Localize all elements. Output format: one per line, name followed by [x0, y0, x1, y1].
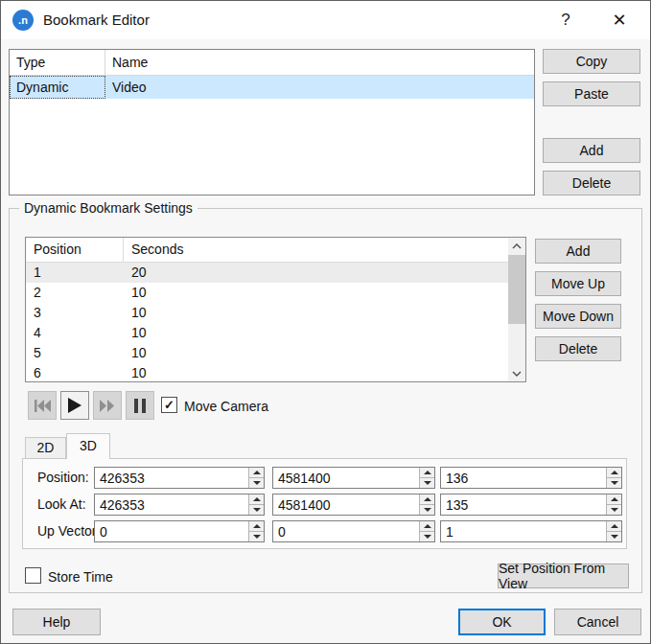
- paste-button[interactable]: Paste: [543, 81, 640, 106]
- window-title: Bookmark Editor: [43, 1, 150, 39]
- position-table-body: 1 20 2 10 3 10 4 10 5 10 6 10: [26, 263, 508, 381]
- spin-up-icon[interactable]: [249, 468, 264, 478]
- seconds-cell[interactable]: 10: [124, 283, 147, 303]
- up-vector-z-spinbox[interactable]: [440, 520, 622, 542]
- look-at-x-input[interactable]: [95, 494, 247, 515]
- spin-up-icon[interactable]: [607, 468, 621, 478]
- group-title: Dynamic Bookmark Settings: [19, 200, 198, 216]
- app-logo-icon: .n: [12, 10, 34, 31]
- up-vector-x-spinbox[interactable]: [94, 520, 265, 542]
- move-camera-label: Move Camera: [184, 399, 268, 414]
- position-z-input[interactable]: [441, 468, 605, 488]
- spin-up-icon[interactable]: [420, 521, 434, 532]
- look-at-z-spinbox[interactable]: [440, 494, 622, 516]
- cancel-button[interactable]: Cancel: [554, 609, 641, 635]
- position-cell[interactable]: 5: [26, 343, 124, 363]
- seconds-cell[interactable]: 10: [124, 323, 147, 343]
- up-vector-y-spinbox[interactable]: [272, 520, 435, 542]
- spin-up-icon[interactable]: [420, 468, 434, 478]
- position-y-input[interactable]: [273, 468, 418, 488]
- table-row[interactable]: 5 10: [26, 343, 508, 363]
- play-icon: [68, 398, 81, 413]
- titlebar[interactable]: .n Bookmark Editor ? ✕: [1, 1, 650, 39]
- vertical-scrollbar[interactable]: [508, 238, 525, 381]
- seconds-cell[interactable]: 10: [124, 363, 147, 381]
- delete-position-button[interactable]: Delete: [535, 336, 621, 361]
- delete-bookmark-button[interactable]: Delete: [543, 171, 640, 196]
- add-bookmark-button[interactable]: Add: [543, 138, 640, 163]
- position-label: Position:: [37, 467, 89, 489]
- add-position-button[interactable]: Add: [535, 239, 621, 264]
- bookmark-table-header: Type Name: [10, 50, 534, 76]
- spin-down-icon[interactable]: [249, 532, 264, 541]
- column-header-seconds: Seconds: [124, 238, 183, 262]
- up-vector-x-input[interactable]: [95, 521, 247, 541]
- seconds-cell[interactable]: 20: [124, 263, 147, 283]
- store-time-label: Store Time: [48, 569, 113, 585]
- bookmark-name-cell[interactable]: Video: [105, 76, 147, 99]
- store-time-checkbox[interactable]: [25, 567, 41, 584]
- tab-2d[interactable]: 2D: [25, 437, 66, 459]
- spin-down-icon[interactable]: [607, 505, 621, 515]
- help-button[interactable]: Help: [12, 609, 101, 635]
- help-titlebar-button[interactable]: ?: [544, 1, 588, 39]
- table-row[interactable]: Dynamic Video: [10, 76, 534, 99]
- spin-down-icon[interactable]: [607, 478, 621, 488]
- tab-3d[interactable]: 3D: [66, 433, 110, 459]
- position-cell[interactable]: 4: [26, 323, 124, 343]
- copy-button[interactable]: Copy: [543, 49, 640, 74]
- spin-up-icon[interactable]: [249, 521, 264, 532]
- position-cell[interactable]: 3: [26, 303, 124, 323]
- set-position-from-view-button[interactable]: Set Position From View: [498, 564, 629, 588]
- look-at-y-spinbox[interactable]: [272, 494, 435, 516]
- table-row[interactable]: 1 20: [26, 263, 508, 283]
- position-table[interactable]: Position Seconds 1 20 2 10 3 10 4 10 5 1…: [25, 237, 526, 382]
- up-vector-y-input[interactable]: [273, 521, 418, 541]
- move-camera-checkbox[interactable]: ✓: [161, 397, 177, 413]
- position-x-spinbox[interactable]: [94, 467, 265, 489]
- spin-up-icon[interactable]: [607, 521, 621, 532]
- pause-button[interactable]: [126, 391, 154, 420]
- ok-button[interactable]: OK: [458, 609, 546, 635]
- close-icon[interactable]: ✕: [597, 1, 641, 39]
- move-up-button[interactable]: Move Up: [535, 271, 621, 296]
- position-cell[interactable]: 1: [26, 263, 124, 283]
- table-row[interactable]: 3 10: [26, 303, 508, 323]
- skip-to-start-button[interactable]: [28, 391, 57, 420]
- spin-down-icon[interactable]: [249, 478, 264, 488]
- position-cell[interactable]: 2: [26, 283, 124, 303]
- bookmark-editor-dialog: .n Bookmark Editor ? ✕ Type Name Dynamic…: [0, 0, 651, 644]
- look-at-z-input[interactable]: [441, 494, 605, 515]
- spin-up-icon[interactable]: [607, 494, 621, 505]
- seconds-cell[interactable]: 10: [124, 343, 147, 363]
- up-vector-label: Up Vector:: [37, 520, 100, 542]
- spin-down-icon[interactable]: [607, 532, 621, 541]
- look-at-y-input[interactable]: [273, 494, 418, 515]
- scroll-down-icon[interactable]: [508, 365, 525, 381]
- look-at-x-spinbox[interactable]: [94, 494, 265, 516]
- position-y-spinbox[interactable]: [272, 467, 435, 489]
- table-row[interactable]: 6 10: [26, 363, 508, 381]
- bookmark-table[interactable]: Type Name Dynamic Video: [9, 49, 535, 196]
- spin-down-icon[interactable]: [420, 505, 434, 515]
- fast-forward-icon: [100, 400, 115, 412]
- move-down-button[interactable]: Move Down: [535, 304, 621, 329]
- spin-down-icon[interactable]: [249, 505, 264, 515]
- spin-up-icon[interactable]: [420, 494, 434, 505]
- play-button[interactable]: [60, 391, 89, 420]
- spin-up-icon[interactable]: [249, 494, 264, 505]
- seconds-cell[interactable]: 10: [124, 303, 147, 323]
- table-row[interactable]: 2 10: [26, 283, 508, 303]
- position-z-spinbox[interactable]: [440, 467, 622, 489]
- spin-down-icon[interactable]: [420, 478, 434, 488]
- scrollbar-thumb[interactable]: [508, 255, 525, 324]
- table-row[interactable]: 4 10: [26, 323, 508, 343]
- position-cell[interactable]: 6: [26, 363, 124, 381]
- scroll-up-icon[interactable]: [508, 238, 525, 254]
- spin-down-icon[interactable]: [420, 532, 434, 541]
- fast-forward-button[interactable]: [93, 391, 122, 420]
- bookmark-type-cell[interactable]: Dynamic: [10, 76, 105, 99]
- position-x-input[interactable]: [95, 468, 247, 488]
- look-at-label: Look At:: [37, 494, 86, 516]
- up-vector-z-input[interactable]: [441, 521, 605, 541]
